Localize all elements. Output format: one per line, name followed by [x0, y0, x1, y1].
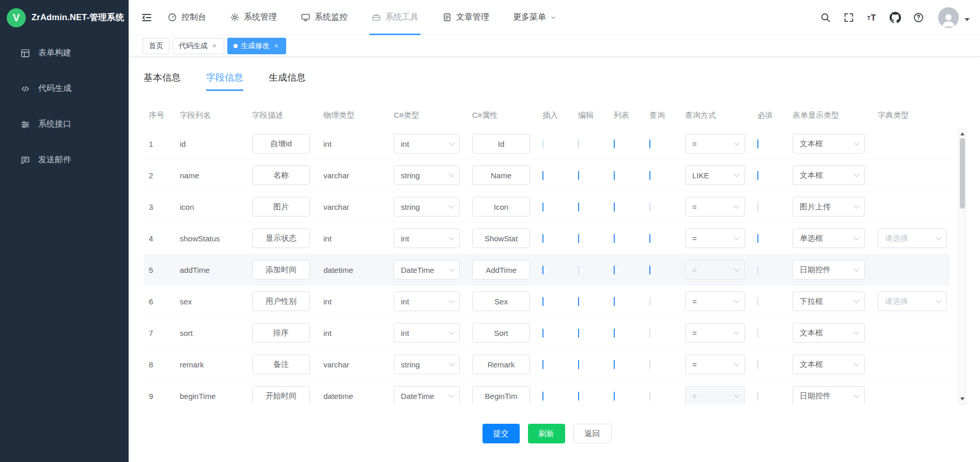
query-mode-select[interactable]: =	[685, 197, 745, 217]
cs-type-select[interactable]: int	[394, 291, 460, 311]
dict-type-select[interactable]: 请选择	[878, 291, 947, 311]
refresh-button[interactable]: 刷新	[528, 424, 565, 443]
edit-checkbox[interactable]	[578, 392, 579, 401]
cs-prop-input[interactable]	[472, 197, 530, 217]
list-checkbox[interactable]	[614, 360, 615, 369]
list-checkbox[interactable]	[614, 171, 615, 180]
sidebar-item[interactable]: 发送邮件	[0, 142, 129, 178]
query-mode-select[interactable]: =	[685, 228, 745, 248]
query-mode-select[interactable]: =	[685, 386, 745, 405]
query-checkbox[interactable]	[649, 360, 650, 369]
edit-checkbox[interactable]	[578, 140, 579, 148]
insert-checkbox[interactable]	[542, 329, 543, 337]
scroll-up-arrow[interactable]	[959, 129, 966, 136]
list-checkbox[interactable]	[614, 266, 615, 274]
table-scrollbar[interactable]	[958, 128, 966, 405]
close-icon[interactable]	[211, 42, 218, 50]
display-type-select[interactable]: 单选框	[792, 228, 865, 248]
query-checkbox[interactable]	[649, 266, 650, 274]
insert-checkbox[interactable]	[542, 140, 543, 148]
field-desc-input[interactable]	[252, 228, 310, 248]
collapse-sidebar-icon[interactable]	[141, 11, 153, 24]
scrollbar-thumb[interactable]	[960, 138, 965, 209]
cs-type-select[interactable]: string	[394, 355, 460, 374]
detail-tab[interactable]: 生成信息	[269, 71, 306, 91]
field-desc-input[interactable]	[252, 355, 310, 374]
required-checkbox[interactable]	[757, 171, 758, 180]
insert-checkbox[interactable]	[542, 203, 543, 211]
edit-checkbox[interactable]	[578, 234, 579, 243]
field-desc-input[interactable]	[252, 323, 310, 343]
nav-item[interactable]: 更多菜单	[513, 0, 557, 35]
cs-type-select[interactable]: int	[394, 134, 460, 153]
required-checkbox[interactable]	[757, 234, 758, 243]
required-checkbox[interactable]	[757, 140, 758, 148]
query-mode-select[interactable]: =	[685, 291, 745, 311]
query-checkbox[interactable]	[649, 171, 650, 180]
query-mode-select[interactable]: =	[685, 134, 745, 153]
insert-checkbox[interactable]	[542, 234, 543, 243]
list-checkbox[interactable]	[614, 203, 615, 211]
required-checkbox[interactable]	[757, 266, 758, 274]
field-desc-input[interactable]	[252, 165, 310, 185]
cs-prop-input[interactable]	[472, 386, 530, 405]
edit-checkbox[interactable]	[578, 266, 579, 274]
sidebar-item[interactable]: 系统接口	[0, 106, 129, 142]
cs-prop-input[interactable]	[472, 134, 530, 153]
required-checkbox[interactable]	[757, 297, 758, 306]
required-checkbox[interactable]	[757, 360, 758, 369]
nav-item[interactable]: 系统监控	[301, 0, 348, 35]
view-tag[interactable]: 首页	[143, 38, 169, 54]
field-desc-input[interactable]	[252, 386, 310, 405]
detail-tab[interactable]: 基本信息	[144, 71, 181, 91]
nav-item[interactable]: 系统工具	[371, 0, 418, 35]
query-mode-select[interactable]: =	[685, 323, 745, 343]
edit-checkbox[interactable]	[578, 203, 579, 211]
back-button[interactable]: 返回	[573, 424, 612, 443]
submit-button[interactable]: 提交	[483, 424, 520, 443]
nav-item[interactable]: 控制台	[167, 0, 206, 35]
edit-checkbox[interactable]	[578, 171, 579, 180]
scroll-down-arrow[interactable]	[959, 396, 966, 404]
header-action-icon[interactable]	[866, 12, 878, 23]
insert-checkbox[interactable]	[542, 392, 543, 401]
display-type-select[interactable]: 下拉框	[792, 291, 865, 311]
cs-type-select[interactable]: DateTime	[394, 386, 460, 405]
list-checkbox[interactable]	[614, 392, 615, 401]
nav-item[interactable]: 系统管理	[230, 0, 277, 35]
sidebar-item[interactable]: 代码生成	[0, 71, 129, 106]
sidebar-item[interactable]: 表单构建	[0, 35, 129, 71]
cs-prop-input[interactable]	[472, 323, 530, 343]
cs-prop-input[interactable]	[472, 291, 530, 311]
field-desc-input[interactable]	[252, 134, 310, 153]
query-checkbox[interactable]	[649, 392, 650, 401]
insert-checkbox[interactable]	[542, 266, 543, 274]
cs-type-select[interactable]: int	[394, 228, 460, 248]
query-mode-select[interactable]: LIKE	[685, 165, 745, 185]
header-action-icon[interactable]	[843, 12, 854, 23]
query-checkbox[interactable]	[649, 234, 650, 243]
display-type-select[interactable]: 日期控件	[792, 260, 865, 280]
edit-checkbox[interactable]	[578, 329, 579, 337]
close-icon[interactable]	[273, 42, 280, 50]
header-action-icon[interactable]	[820, 12, 831, 23]
cs-prop-input[interactable]	[472, 165, 530, 185]
field-desc-input[interactable]	[252, 291, 310, 311]
edit-checkbox[interactable]	[578, 360, 579, 369]
cs-type-select[interactable]: string	[394, 165, 460, 185]
list-checkbox[interactable]	[614, 140, 615, 148]
dict-type-select[interactable]: 请选择	[878, 228, 947, 248]
display-type-select[interactable]: 文本框	[792, 323, 865, 343]
insert-checkbox[interactable]	[542, 297, 543, 306]
query-checkbox[interactable]	[649, 297, 650, 306]
field-desc-input[interactable]	[252, 197, 310, 217]
required-checkbox[interactable]	[757, 392, 758, 401]
cs-prop-input[interactable]	[472, 228, 530, 248]
query-mode-select[interactable]: =	[685, 355, 745, 374]
query-mode-select[interactable]: =	[685, 260, 745, 280]
display-type-select[interactable]: 文本框	[792, 355, 865, 374]
cs-prop-input[interactable]	[472, 260, 530, 280]
list-checkbox[interactable]	[614, 234, 615, 243]
query-checkbox[interactable]	[649, 140, 650, 148]
cs-type-select[interactable]: int	[394, 323, 460, 343]
